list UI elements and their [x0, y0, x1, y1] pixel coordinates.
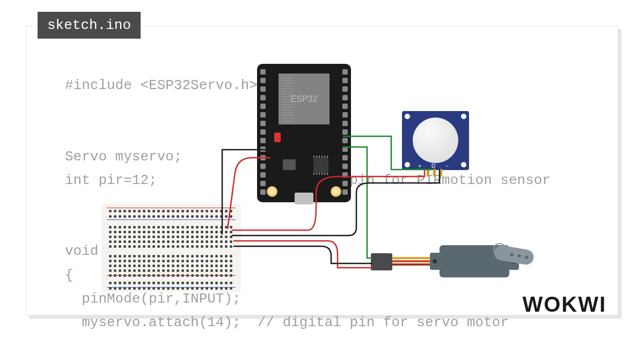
wokwi-logo: WOKWI	[522, 292, 606, 317]
project-card: #include <ESP32Servo.h> Servo myservo; i…	[26, 26, 618, 315]
wires-layer	[101, 69, 584, 305]
filename-tab[interactable]: sketch.ino	[38, 12, 141, 39]
filename-label: sketch.ino	[47, 17, 131, 33]
circuit-diagram[interactable]: ESP32 + D −	[101, 69, 584, 305]
